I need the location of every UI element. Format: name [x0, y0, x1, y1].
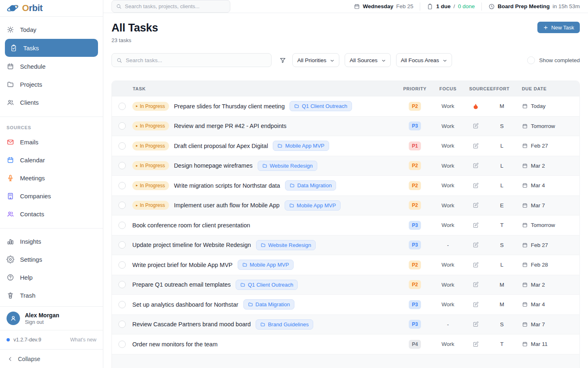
- focus-filter-dropdown[interactable]: All Focus Areas: [396, 53, 452, 67]
- task-checkbox[interactable]: [118, 321, 126, 328]
- app-logo[interactable]: Orbit: [0, 0, 103, 17]
- project-chip[interactable]: Website Redesign: [256, 240, 316, 250]
- table-row[interactable]: Set up analytics dashboard for Northstar…: [112, 294, 579, 314]
- task-search[interactable]: [111, 53, 272, 67]
- sidebar-item-today[interactable]: Today: [0, 21, 103, 38]
- sidebar-source-companies[interactable]: Companies: [0, 187, 103, 204]
- project-chip[interactable]: Q1 Client Outreach: [236, 280, 298, 290]
- whats-new-link[interactable]: What's new: [70, 337, 96, 343]
- project-chip[interactable]: Mobile App MVP: [238, 260, 294, 270]
- calendar-icon: [522, 301, 528, 307]
- sidebar-item-projects[interactable]: Projects: [0, 76, 103, 93]
- toggle-circle[interactable]: [527, 56, 535, 64]
- task-checkbox[interactable]: [118, 202, 126, 209]
- col-task: TASK: [132, 86, 395, 91]
- sidebar-item-help[interactable]: Help: [0, 269, 103, 286]
- folder-icon: [261, 242, 266, 248]
- sidebar-source-emails[interactable]: Emails: [0, 133, 103, 150]
- main-area: Wednesday Feb 25 1 due / 0 done: [103, 0, 588, 368]
- task-checkbox[interactable]: [118, 281, 126, 288]
- sidebar-item-insights[interactable]: Insights: [0, 233, 103, 250]
- task-title: Review and merge PR #42 - API endpoints: [174, 123, 287, 129]
- users-icon: [7, 99, 14, 106]
- table-row[interactable]: ▸In ProgressPrepare slides for Thursday …: [112, 96, 579, 116]
- project-chip[interactable]: Data Migration: [243, 299, 295, 310]
- col-due-date: DUE DATE: [514, 86, 579, 91]
- priority-badge: P3: [409, 240, 421, 249]
- new-task-button[interactable]: New Task: [537, 22, 580, 33]
- global-search[interactable]: [111, 0, 230, 13]
- sidebar-item-trash[interactable]: Trash: [0, 287, 103, 304]
- priority-badge: P2: [409, 181, 421, 190]
- focus-value: -: [434, 242, 461, 248]
- nav-label: Companies: [20, 193, 51, 200]
- project-chip[interactable]: Data Migration: [285, 180, 336, 191]
- user-profile[interactable]: Alex Morgan Sign out: [0, 306, 103, 330]
- chevron-down-icon: [443, 58, 447, 63]
- task-checkbox[interactable]: [118, 341, 126, 348]
- task-checkbox[interactable]: [118, 301, 126, 308]
- show-completed-toggle[interactable]: Show completed: [527, 56, 580, 64]
- priority-badge: P3: [409, 121, 421, 130]
- sidebar-item-clients[interactable]: Clients: [0, 94, 103, 111]
- focus-value: Work: [434, 262, 461, 268]
- sidebar-source-calendar[interactable]: Calendar: [0, 151, 103, 168]
- priority-badge: P3: [409, 320, 421, 329]
- table-row[interactable]: ▸In ProgressImplement user auth flow for…: [112, 195, 579, 215]
- project-chip[interactable]: Mobile App MVP: [273, 141, 329, 151]
- task-search-input[interactable]: [126, 57, 267, 63]
- effort-value: M: [490, 282, 514, 288]
- sidebar-item-tasks[interactable]: Tasks: [5, 39, 98, 57]
- folder-icon: [7, 81, 14, 88]
- calendar-icon: [522, 202, 528, 209]
- task-checkbox[interactable]: [118, 142, 126, 150]
- effort-value: S: [490, 123, 514, 129]
- task-checkbox[interactable]: [118, 261, 126, 269]
- search-icon: [116, 3, 122, 9]
- task-checkbox[interactable]: [118, 162, 126, 169]
- global-search-input[interactable]: [125, 3, 226, 9]
- calendar-icon: [522, 103, 528, 109]
- project-chip[interactable]: Mobile App MVP: [285, 200, 341, 211]
- table-row[interactable]: ▸In ProgressWrite migration scripts for …: [112, 175, 579, 195]
- project-chip[interactable]: Brand Guidelines: [256, 319, 313, 330]
- focus-value: Work: [434, 282, 461, 288]
- table-row[interactable]: Review Cascade Partners brand mood board…: [112, 314, 579, 334]
- table-row[interactable]: ▸In ProgressDraft client proposal for Ap…: [112, 136, 579, 156]
- edit-icon: [472, 202, 479, 209]
- project-chip[interactable]: Q1 Client Outreach: [290, 101, 352, 111]
- table-row[interactable]: Prepare Q1 outreach email templatesQ1 Cl…: [112, 275, 579, 295]
- signout-link[interactable]: Sign out: [25, 319, 59, 325]
- table-row[interactable]: Write project brief for Mobile App MVPMo…: [112, 255, 579, 275]
- task-checkbox[interactable]: [118, 241, 126, 249]
- table-row[interactable]: Order new monitors for the teamP4WorkTMa…: [112, 334, 579, 354]
- task-checkbox[interactable]: [118, 103, 126, 110]
- priority-filter-dropdown[interactable]: All Priorities: [292, 53, 339, 67]
- task-title: Prepare Q1 outreach email templates: [132, 281, 231, 288]
- nav-label: Contacts: [20, 211, 44, 218]
- task-checkbox[interactable]: [118, 222, 126, 229]
- focus-value: -: [434, 321, 461, 328]
- folder-icon: [242, 262, 247, 267]
- table-row[interactable]: Update project timeline for Website Rede…: [112, 235, 579, 255]
- chevron-down-icon: [330, 58, 334, 63]
- calendar-icon: [354, 3, 360, 10]
- sidebar-item-settings[interactable]: Settings: [0, 251, 103, 268]
- effort-value: M: [490, 103, 514, 109]
- task-checkbox[interactable]: [118, 122, 126, 130]
- source-filter-dropdown[interactable]: All Sources: [345, 53, 390, 67]
- collapse-button[interactable]: Collapse: [0, 349, 103, 368]
- filter-funnel-icon[interactable]: [279, 57, 286, 64]
- sidebar-item-schedule[interactable]: Schedule: [0, 58, 103, 75]
- trash-icon: [7, 292, 14, 299]
- table-row[interactable]: Book conference room for client presenta…: [112, 215, 579, 235]
- task-checkbox[interactable]: [118, 182, 126, 189]
- table-row[interactable]: ▸In ProgressDesign homepage wireframesWe…: [112, 156, 579, 176]
- sidebar-source-contacts[interactable]: Contacts: [0, 205, 103, 222]
- flame-icon: [472, 103, 479, 110]
- sidebar-source-meetings[interactable]: Meetings: [0, 169, 103, 186]
- effort-value: T: [490, 222, 514, 228]
- nav-label: Projects: [20, 81, 42, 88]
- table-row[interactable]: ▸In ProgressReview and merge PR #42 - AP…: [112, 116, 579, 136]
- project-chip[interactable]: Website Redesign: [258, 161, 317, 171]
